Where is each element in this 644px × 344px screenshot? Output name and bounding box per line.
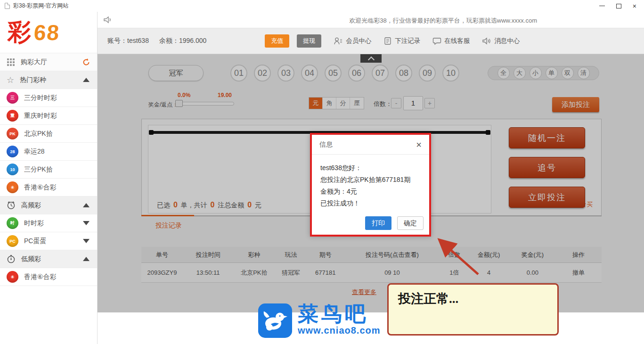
sidebar-item-label: 香港⑥合彩	[24, 183, 57, 192]
lottery-icon: ⑥	[7, 181, 18, 193]
info-dialog: 信息 × test638您好： 您投注的北京PK拾第677181期 金额为：4元…	[310, 133, 431, 237]
dialog-close-icon[interactable]: ×	[416, 140, 422, 149]
sidebar-item-label: 三分PK拾	[24, 165, 53, 174]
account-number: 账号：test638	[107, 37, 149, 45]
dialog-line-success: 已投注成功！	[320, 197, 421, 209]
lottery-icon: 三	[7, 92, 18, 104]
lottery-icon: PC	[7, 235, 18, 247]
print-button[interactable]: 打印	[365, 216, 391, 230]
app-window: 彩38-彩票网-官方网站 × 彩 68 购彩大厅 ☆ 热门彩种 三	[0, 0, 644, 344]
sidebar-item-sanfen-ssc[interactable]: 三 三分时时彩	[0, 89, 97, 107]
chevron-down-icon	[83, 239, 90, 243]
recharge-button[interactable]: 充值	[265, 34, 289, 48]
sidebar-item-label: PC蛋蛋	[24, 237, 46, 246]
sidebar: 彩 68 购彩大厅 ☆ 热门彩种 三 三分时时彩 重 重庆时时彩 PK 北京PK…	[0, 12, 98, 344]
sidebar-item-lobby[interactable]: 购彩大厅	[0, 53, 97, 71]
sidebar-item-beijing-pk10[interactable]: PK 北京PK拾	[0, 125, 97, 143]
nav-label: 下注记录	[395, 37, 420, 45]
sidebar-item-chongqing-ssc[interactable]: 重 重庆时时彩	[0, 107, 97, 125]
sidebar-item-label: 香港⑥合彩	[24, 273, 57, 281]
watermark: 菜鸟吧 www.cniao8.com	[258, 303, 381, 338]
nav-label: 消息中心	[494, 37, 520, 45]
sidebar-item-label: 重庆时时彩	[24, 112, 57, 120]
speaker-icon	[482, 37, 491, 45]
logo-text-cai: 彩	[8, 16, 31, 48]
stopwatch-icon	[7, 254, 16, 263]
lottery-icon: 28	[7, 146, 18, 157]
dialog-line-greeting: test638您好：	[320, 162, 421, 174]
brand-logo: 彩 68	[0, 12, 97, 53]
chevron-up-icon	[83, 203, 90, 207]
dialog-header: 信息 ×	[312, 135, 429, 155]
welcome-text: 欢迎光临彩38，行业信誉最好的彩票平台，玩彩票就选www.xxxx.com	[349, 16, 537, 25]
dialog-line-bet-info: 您投注的北京PK拾第677181期	[320, 174, 421, 186]
dialog-body: test638您好： 您投注的北京PK拾第677181期 金额为：4元 已投注成…	[312, 155, 429, 209]
sidebar-item-label: 幸运28	[24, 147, 45, 156]
chevron-down-icon	[83, 221, 90, 225]
nav-label: 会员中心	[346, 37, 371, 45]
watermark-name: 菜鸟吧	[298, 303, 381, 325]
confirm-button[interactable]: 确定	[397, 216, 424, 230]
nav-label: 在线客服	[444, 37, 470, 45]
lottery-icon: ⑥	[7, 271, 18, 283]
sidebar-header-label: 高频彩	[21, 201, 41, 210]
annotation-note: 投注正常...	[387, 283, 559, 336]
sidebar-header-hot[interactable]: ☆ 热门彩种	[0, 71, 97, 89]
window-title: 彩38-彩票网-官方网站	[13, 2, 68, 10]
nav-online-service[interactable]: 在线客服	[432, 37, 470, 45]
sidebar-header-label: 低频彩	[21, 255, 41, 263]
welcome-bar: 欢迎光临彩38，行业信誉最好的彩票平台，玩彩票就选www.xxxx.com	[98, 12, 644, 28]
sidebar-item-label: 购彩大厅	[21, 58, 47, 66]
annotation-text: 投注正常...	[398, 292, 458, 306]
maximize-button[interactable]	[616, 4, 621, 8]
lottery-icon: 时	[7, 217, 18, 229]
sidebar-item-label: 北京PK拾	[24, 130, 53, 138]
chevron-up-icon	[83, 78, 90, 82]
dialog-line-amount: 金额为：4元	[320, 186, 421, 197]
nav-bet-records[interactable]: 下注记录	[383, 37, 420, 45]
sidebar-item-hk6-hot[interactable]: ⑥ 香港⑥合彩	[0, 179, 97, 197]
sidebar-item-xingyun28[interactable]: 28 幸运28	[0, 143, 97, 161]
sidebar-item-sanfen-pk10[interactable]: 10 三分PK拾	[0, 161, 97, 179]
dialog-title: 信息	[319, 140, 333, 149]
sidebar-item-pc-dandan[interactable]: PC PC蛋蛋	[0, 232, 97, 250]
sidebar-header-high-freq[interactable]: 高频彩	[0, 197, 97, 214]
sidebar-header-label: 热门彩种	[20, 76, 46, 84]
account-bar: 账号：test638 余额：1996.000 充值 提现 会员中心 下注记录 在…	[98, 28, 644, 54]
withdraw-button[interactable]: 提现	[297, 34, 321, 48]
lottery-icon: 重	[7, 110, 18, 122]
minimize-button[interactable]	[599, 6, 605, 6]
lottery-icon: PK	[7, 128, 18, 139]
page-icon	[5, 3, 10, 9]
chevron-up-icon	[83, 257, 90, 261]
account-balance: 余额：1996.000	[159, 37, 206, 45]
star-icon: ☆	[7, 76, 14, 84]
bird-logo-icon	[258, 303, 292, 338]
clock-icon	[7, 201, 16, 210]
sidebar-item-label: 三分时时彩	[24, 94, 57, 102]
sidebar-header-low-freq[interactable]: 低频彩	[0, 250, 97, 268]
announcement-speaker-icon	[103, 16, 113, 24]
title-bar: 彩38-彩票网-官方网站 ×	[0, 0, 644, 12]
sidebar-item-label: 时时彩	[24, 219, 44, 228]
sidebar-item-ssc[interactable]: 时 时时彩	[0, 214, 97, 232]
close-button[interactable]: ×	[633, 3, 636, 9]
dialog-footer: 打印 确定	[365, 216, 424, 230]
logo-text-68: 68	[33, 20, 61, 45]
sidebar-item-hk6-low[interactable]: ⑥ 香港⑥合彩	[0, 268, 97, 286]
nav-member-center[interactable]: 会员中心	[334, 37, 371, 45]
refresh-icon[interactable]	[82, 58, 90, 66]
lottery-icon: 10	[7, 164, 18, 175]
records-icon	[383, 37, 392, 45]
watermark-url: www.cniao8.com	[298, 325, 381, 336]
grid-icon	[7, 58, 15, 66]
member-icon	[334, 37, 343, 45]
nav-message-center[interactable]: 消息中心	[482, 37, 520, 45]
chat-icon	[432, 37, 441, 45]
